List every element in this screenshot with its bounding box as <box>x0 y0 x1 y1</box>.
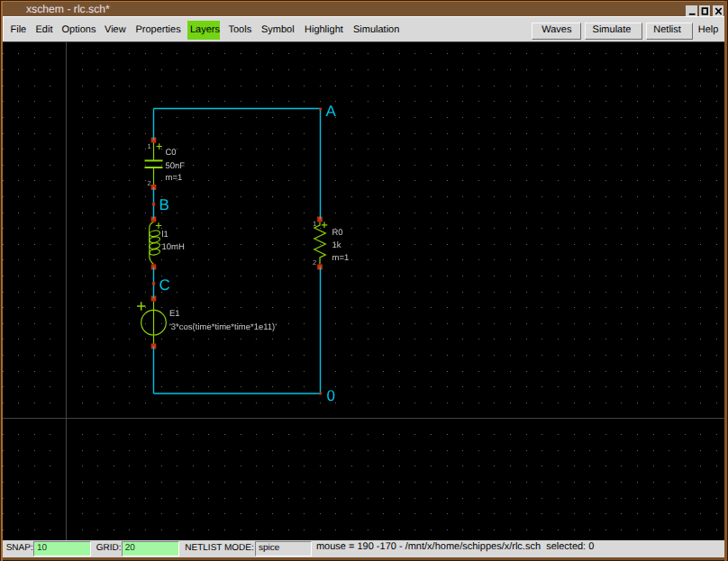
svg-text:C: C <box>159 276 170 294</box>
svg-text:C0: C0 <box>166 148 177 158</box>
svg-text:l1: l1 <box>162 230 168 240</box>
svg-text:'3*cos(time*time*time*1e11)': '3*cos(time*time*time*1e11)' <box>169 322 277 332</box>
svg-text:2: 2 <box>313 258 316 267</box>
svg-text:A: A <box>326 103 337 120</box>
svg-text:50nF: 50nF <box>166 161 186 171</box>
svg-text:m=1: m=1 <box>166 173 183 183</box>
svg-text:10mH: 10mH <box>162 242 185 252</box>
svg-text:B: B <box>159 196 169 213</box>
svg-text:E1: E1 <box>169 309 180 319</box>
svg-text:1: 1 <box>148 142 151 150</box>
svg-text:1: 1 <box>313 220 316 228</box>
svg-text:0: 0 <box>327 387 335 404</box>
svg-text:2: 2 <box>148 179 151 187</box>
svg-text:R0: R0 <box>332 228 343 238</box>
svg-text:m=1: m=1 <box>332 253 350 263</box>
svg-text:1k: 1k <box>332 240 341 250</box>
